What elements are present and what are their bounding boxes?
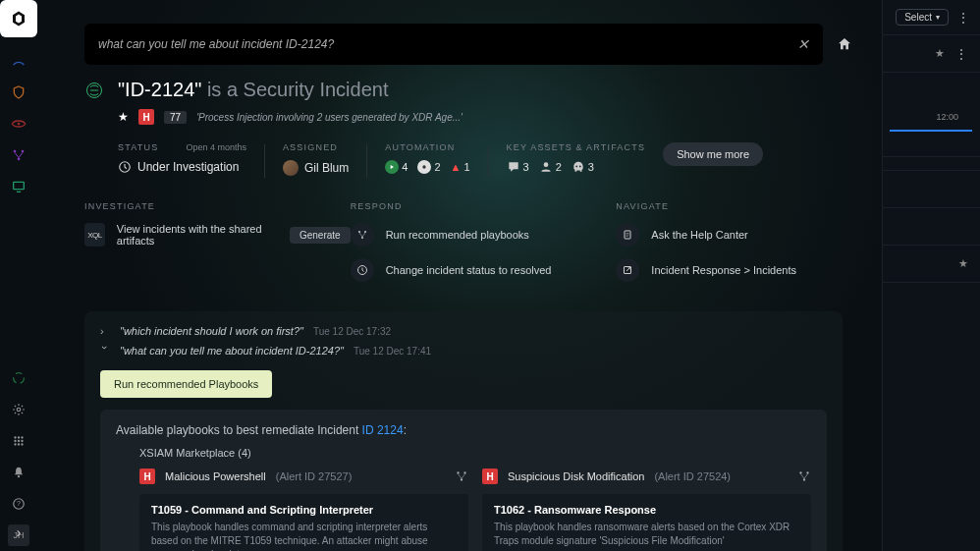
respond-action-2-text: Change incident status to resolved	[386, 264, 552, 276]
investigate-label: INVESTIGATE	[84, 201, 351, 211]
hex-logo-icon	[10, 10, 27, 28]
convo-ts1: Tue 12 Dec 17:32	[313, 326, 391, 337]
auto-fail-icon: ▲	[451, 161, 462, 173]
help-icon: ?	[12, 497, 26, 511]
auto-success-icon	[385, 160, 399, 174]
available-prefix: Available playbooks to best remediate In…	[116, 423, 362, 437]
auto-pending-count: 2	[434, 161, 440, 173]
select-dropdown[interactable]: Select ▾	[896, 9, 949, 26]
incident-link[interactable]: ID 2124	[362, 423, 404, 437]
pb2-flow-button[interactable]	[797, 469, 811, 483]
convo-row-1[interactable]: › "which incident should I work on first…	[100, 325, 827, 337]
sidebar-help[interactable]: ?	[0, 488, 37, 520]
select-label: Select	[904, 12, 932, 23]
eye-icon	[11, 116, 27, 132]
assigned-label: ASSIGNED	[283, 142, 349, 152]
svg-point-32	[463, 471, 465, 473]
respond-label: RESPOND	[351, 201, 617, 211]
status-label: STATUS	[118, 142, 158, 152]
svg-point-23	[575, 166, 577, 168]
pb2-severity: H	[482, 468, 498, 484]
sidebar-nav-eye[interactable]	[0, 108, 37, 139]
row-kebab-1[interactable]: ⋮	[954, 46, 968, 62]
automation-block: AUTOMATION 4 2 ▲1	[385, 142, 469, 174]
auto-success-count: 4	[402, 161, 408, 173]
search-bar[interactable]: what can you tell me about incident ID-2…	[84, 24, 823, 65]
svg-point-11	[18, 440, 20, 442]
navigate-action-1[interactable]: Ask the Help Canter	[616, 223, 882, 247]
auto-fail-count: 1	[463, 161, 469, 173]
assets-block: KEY ASSETS & ARTIFACTS 3 2 3	[507, 142, 646, 174]
ai-brain-icon	[84, 81, 104, 100]
svg-point-1	[14, 150, 17, 153]
run-playbooks-button[interactable]: Run recommended Playbooks	[100, 370, 272, 398]
convo-ts2: Tue 12 Dec 17:41	[354, 346, 431, 357]
fav-star-2[interactable]: ★	[958, 257, 968, 270]
svg-point-8	[18, 436, 20, 438]
sidebar-notifications[interactable]	[0, 457, 37, 488]
svg-point-6	[17, 408, 21, 412]
monitor-icon	[11, 179, 27, 194]
left-sidebar: ? JH ›	[0, 37, 37, 551]
app-logo[interactable]	[0, 0, 37, 37]
show-more-button[interactable]: Show me more	[663, 142, 763, 166]
timeline-tick-label: 12:00	[936, 112, 958, 122]
status-block: STATUS Open 4 months Under Investigation	[118, 142, 246, 174]
sidebar-nav-monitor[interactable]	[0, 171, 37, 202]
chat-icon	[507, 160, 520, 174]
sidebar-settings[interactable]	[0, 394, 37, 425]
gauge-icon	[11, 53, 27, 69]
convo-row-2[interactable]: › "what can you tell me about incident I…	[100, 345, 827, 357]
respond-action-1[interactable]: Run recommended playbooks	[351, 223, 617, 247]
generate-button[interactable]: Generate	[290, 227, 351, 244]
playbook-run-icon	[351, 223, 374, 247]
home-button[interactable]	[837, 36, 852, 52]
assignee-avatar	[283, 160, 299, 176]
sidebar-nav-flow[interactable]	[0, 139, 37, 171]
navigate-action-2[interactable]: Incident Response > Incidents	[616, 258, 882, 282]
svg-point-22	[543, 162, 548, 167]
svg-point-27	[361, 237, 363, 239]
fav-star-1[interactable]: ★	[935, 47, 945, 60]
grid-icon	[12, 434, 26, 448]
svg-point-26	[364, 231, 366, 233]
status-open-duration: Open 4 months	[186, 142, 246, 152]
svg-rect-4	[14, 182, 25, 189]
svg-point-36	[803, 478, 805, 480]
available-suffix: :	[404, 423, 407, 437]
incident-description: 'Process Injection involving 2 users gen…	[196, 112, 463, 123]
timeline: 12:00	[883, 96, 980, 157]
navigate-action-1-text: Ask the Help Canter	[651, 229, 747, 241]
header-kebab[interactable]: ⋮	[956, 10, 970, 26]
assets-label: KEY ASSETS & ARTIFACTS	[507, 142, 646, 152]
resolve-icon	[351, 258, 374, 282]
sidebar-loading[interactable]	[0, 362, 37, 394]
sidebar-expand[interactable]: ›	[8, 522, 29, 543]
sidebar-apps[interactable]	[0, 425, 37, 457]
search-query-text: what can you tell me about incident ID-2…	[98, 37, 334, 51]
assets-skull-count: 3	[588, 161, 594, 173]
respond-column: RESPOND Run recommended playbooks Change…	[351, 201, 617, 294]
sidebar-nav-shield[interactable]	[0, 77, 37, 108]
respond-action-2[interactable]: Change incident status to resolved	[351, 258, 617, 282]
pb2-desc: This playbook handles ransomware alerts …	[494, 521, 799, 548]
incident-favorite[interactable]: ★	[118, 110, 129, 124]
svg-point-5	[14, 373, 25, 384]
investigate-action-1[interactable]: XQL View incidents with the shared artif…	[84, 223, 351, 247]
main-panel: what can you tell me about incident ID-2…	[37, 0, 882, 551]
navigate-column: NAVIGATE Ask the Help Canter Incident Re…	[616, 201, 882, 294]
assigned-block: ASSIGNED Gil Blum	[283, 142, 349, 176]
spinner-icon	[11, 370, 27, 386]
assignee-name: Gil Blum	[304, 161, 349, 175]
svg-point-9	[21, 436, 23, 438]
sidebar-nav-dashboard[interactable]	[0, 45, 37, 77]
timeline-marker	[890, 130, 972, 132]
playbook-item-1: H Malicious Powershell (Alert ID 27527) …	[139, 468, 468, 551]
pb1-flow-button[interactable]	[455, 469, 468, 483]
svg-point-12	[21, 440, 23, 442]
svg-point-7	[14, 436, 16, 438]
svg-point-0	[18, 123, 21, 126]
investigate-action-1-text: View incidents with the shared artifacts	[117, 223, 278, 247]
search-clear[interactable]: ✕	[797, 36, 809, 52]
svg-point-2	[22, 150, 25, 153]
